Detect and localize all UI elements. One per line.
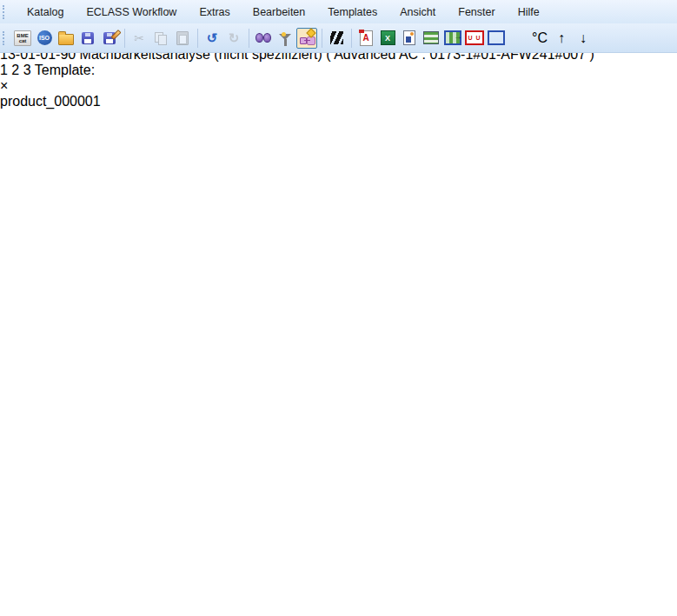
grid-rows: HS-Code der WCO(M)IdentifikationLieferan… [0, 109, 677, 616]
bmecat-icon: BMEcat [14, 30, 31, 46]
open-folder-icon [58, 34, 74, 45]
view-button-3[interactable]: 3 [23, 63, 31, 77]
database-download-icon: ↓ [580, 30, 587, 46]
redo-icon: ↻ [229, 31, 240, 44]
view-toolstrip: 1 2 3 Template: [0, 63, 677, 78]
view-button-2[interactable]: 2 [11, 63, 19, 77]
database-upload-icon: ↑ [558, 30, 565, 46]
database-upload-button[interactable]: ↑ [551, 28, 572, 49]
paste-button[interactable] [172, 28, 193, 49]
redo-button[interactable]: ↻ [223, 28, 244, 49]
toolbar-separator [249, 29, 249, 48]
toolbar-grip-icon[interactable] [3, 5, 7, 19]
template-label: Template: [35, 63, 95, 77]
product-column-header: product_000001 [0, 94, 677, 109]
menu-item-bearbeiten[interactable]: Bearbeiten [242, 3, 316, 22]
application-window: { "menu_bar": { "items": ["Katalog", "EC… [0, 0, 677, 616]
cut-button[interactable]: ✂ [129, 28, 149, 49]
excel-export-icon: X [381, 30, 395, 45]
menu-item-fenster[interactable]: Fenster [447, 3, 506, 22]
menu-bar: KatalogECLASS WorkflowExtrasBearbeitenTe… [0, 0, 677, 23]
menu-item-templates[interactable]: Templates [316, 3, 388, 22]
iso-button[interactable]: ISO [34, 28, 55, 49]
toolbar-separator [351, 29, 352, 48]
pdf-export-icon: A [360, 30, 373, 46]
filter-button[interactable] [275, 28, 295, 49]
table-view-icon [423, 31, 439, 44]
pencil-icon [110, 29, 121, 39]
new-document-button[interactable] [399, 28, 420, 49]
celsius-unit-icon: °C [532, 30, 548, 46]
link-template-button[interactable] [296, 28, 317, 49]
new-document-icon [403, 30, 415, 45]
filter-icon [279, 34, 291, 40]
toolbar-separator [124, 29, 125, 48]
main-toolbar: BMEcatISO✂↺↻AXU U°C↑↓ [0, 23, 677, 53]
menu-items: KatalogECLASS WorkflowExtrasBearbeitenTe… [16, 3, 551, 22]
find-icon [256, 33, 271, 43]
cut-icon: ✂ [134, 32, 144, 44]
eclass-button[interactable] [326, 28, 347, 49]
remove-product-column-button[interactable]: × [0, 78, 677, 94]
unit-view-icon: U U [465, 30, 484, 45]
toolbar-grip-icon[interactable] [3, 31, 7, 45]
toolbar-separator [322, 29, 322, 48]
find-button[interactable] [253, 28, 274, 49]
unit-view-button[interactable]: U U [464, 28, 485, 49]
table-export-button[interactable] [442, 28, 463, 49]
menu-item-eclass-workflow[interactable]: ECLASS Workflow [75, 3, 188, 22]
table-export-icon [444, 30, 461, 45]
save-icon [82, 32, 94, 44]
tree-line [0, 109, 677, 502]
menu-item-extras[interactable]: Extras [188, 3, 241, 22]
link-template-icon [300, 36, 314, 43]
eclass-icon [330, 31, 343, 44]
excel-export-button[interactable]: X [377, 28, 398, 49]
tree-line [0, 502, 677, 616]
menu-item-hilfe[interactable]: Hilfe [507, 3, 551, 22]
open-folder-button[interactable] [56, 28, 76, 49]
copy-button[interactable] [150, 28, 171, 49]
toolbar-separator [197, 29, 198, 48]
iso-icon: ISO [37, 30, 52, 45]
save-edit-button[interactable] [99, 28, 120, 49]
undo-button[interactable]: ↺ [202, 28, 222, 49]
bmecat-button[interactable]: BMEcat [12, 28, 33, 49]
table-view-button[interactable] [421, 28, 441, 49]
celsius-unit-button[interactable]: °C [529, 28, 550, 49]
menu-item-katalog[interactable]: Katalog [16, 3, 75, 22]
copy-icon [155, 32, 167, 44]
filter-lines-button[interactable] [508, 28, 528, 49]
paste-icon [176, 31, 189, 45]
column-layout-button[interactable] [486, 28, 507, 49]
toolbar-items: BMEcatISO✂↺↻AXU U°C↑↓ [12, 28, 594, 49]
database-download-button[interactable]: ↓ [573, 28, 594, 49]
column-layout-icon [488, 30, 505, 45]
undo-icon: ↺ [207, 31, 218, 44]
menu-item-ansicht[interactable]: Ansicht [388, 3, 447, 22]
view-button-1[interactable]: 1 [0, 63, 8, 77]
pdf-export-button[interactable]: A [355, 28, 376, 49]
save-button[interactable] [77, 28, 98, 49]
